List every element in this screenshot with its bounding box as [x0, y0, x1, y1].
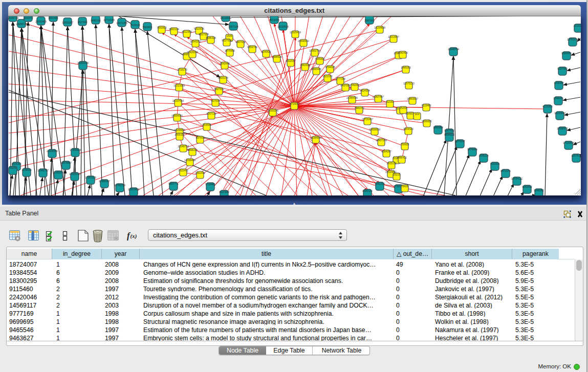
svg-text:1167533: 1167533	[571, 154, 581, 157]
svg-text:1527602: 1527602	[77, 20, 88, 24]
svg-text:917006: 917006	[211, 99, 220, 102]
svg-text:13325419: 13325419	[290, 31, 301, 34]
svg-text:7986372: 7986372	[354, 106, 364, 110]
svg-text:12942757: 12942757	[37, 169, 49, 172]
svg-text:8267130: 8267130	[206, 112, 216, 115]
svg-text:10654112: 10654112	[511, 177, 522, 180]
svg-text:15384556: 15384556	[310, 136, 321, 139]
svg-text:9857771: 9857771	[168, 182, 179, 185]
svg-text:9327509: 9327509	[199, 33, 209, 36]
svg-text:1156829: 1156829	[21, 168, 31, 171]
svg-text:7515526: 7515526	[130, 24, 140, 27]
svg-text:20053346: 20053346	[77, 61, 89, 64]
svg-text:12213967: 12213967	[388, 35, 399, 38]
svg-text:1244415: 1244415	[553, 97, 563, 100]
svg-text:3824554: 3824554	[360, 89, 370, 92]
svg-text:746266: 746266	[351, 83, 359, 86]
svg-text:1145194: 1145194	[53, 171, 63, 174]
svg-text:10046758: 10046758	[178, 145, 189, 148]
svg-text:6497568: 6497568	[340, 84, 351, 87]
svg-text:9777169: 9777169	[335, 77, 345, 80]
svg-text:1891406: 1891406	[48, 16, 58, 19]
svg-text:39154: 39154	[9, 166, 16, 169]
svg-text:9654923: 9654923	[403, 127, 413, 130]
svg-text:12975115: 12975115	[403, 82, 415, 85]
svg-text:17016504: 17016504	[563, 141, 574, 144]
svg-text:19166825: 19166825	[174, 128, 185, 132]
svg-text:2987682: 2987682	[364, 19, 375, 22]
svg-text:1209387: 1209387	[554, 81, 564, 84]
svg-text:16210643: 16210643	[554, 112, 565, 115]
svg-text:1485063: 1485063	[401, 66, 411, 69]
svg-text:19463627: 19463627	[407, 97, 418, 100]
svg-text:1905572: 1905572	[23, 16, 33, 19]
svg-text:9794028: 9794028	[325, 65, 335, 69]
svg-text:8132904: 8132904	[219, 190, 229, 193]
svg-text:1621032: 1621032	[322, 75, 333, 78]
svg-text:1340493: 1340493	[398, 51, 408, 54]
svg-text:9041233: 9041233	[375, 182, 385, 185]
svg-text:10658609: 10658609	[369, 128, 380, 131]
svg-text:9347902: 9347902	[444, 129, 454, 132]
svg-text:7632621: 7632621	[490, 162, 500, 165]
svg-text:8255122: 8255122	[362, 189, 373, 192]
svg-text:7955812: 7955812	[315, 57, 325, 60]
svg-text:8427552: 8427552	[214, 87, 224, 91]
svg-text:8912954: 8912954	[182, 30, 192, 33]
svg-text:17957225: 17957225	[85, 176, 96, 179]
svg-text:1588520: 1588520	[272, 55, 282, 58]
svg-text:756928: 756928	[401, 143, 409, 146]
svg-text:9474444: 9474444	[467, 148, 477, 151]
svg-text:8215955: 8215955	[542, 105, 553, 108]
svg-text:18300295: 18300295	[267, 109, 278, 112]
svg-text:8813054: 8813054	[269, 18, 279, 21]
svg-text:2967608: 2967608	[235, 40, 246, 43]
svg-text:9115460: 9115460	[421, 104, 431, 107]
svg-text:15751074: 15751074	[567, 38, 578, 41]
svg-text:12055724: 12055724	[8, 16, 18, 19]
svg-text:1005330: 1005330	[175, 133, 185, 136]
svg-text:12505135: 12505135	[69, 172, 80, 176]
svg-text:8990443: 8990443	[311, 68, 321, 71]
svg-text:9245082: 9245082	[534, 189, 544, 192]
svg-text:16543352: 16543352	[190, 40, 201, 43]
svg-text:9146821: 9146821	[261, 50, 271, 53]
svg-text:10653287: 10653287	[62, 21, 73, 24]
svg-text:7663821: 7663821	[142, 26, 153, 29]
svg-text:9227342: 9227342	[557, 67, 568, 70]
svg-text:8938923: 8938923	[444, 133, 454, 136]
svg-text:25225: 25225	[393, 173, 400, 176]
svg-text:1815001: 1815001	[11, 162, 21, 165]
svg-text:8454749: 8454749	[247, 46, 257, 49]
svg-text:78426: 78426	[401, 185, 408, 188]
svg-text:19218506: 19218506	[277, 25, 289, 28]
svg-text:1491442: 1491442	[195, 171, 205, 174]
svg-text:62160: 62160	[386, 100, 394, 103]
svg-text:15640910: 15640910	[298, 39, 309, 42]
svg-text:15692971: 15692971	[557, 127, 568, 130]
svg-text:5498222: 5498222	[187, 148, 198, 151]
svg-text:12923468: 12923468	[128, 188, 139, 191]
svg-text:3875685: 3875685	[225, 49, 235, 52]
svg-text:2803144: 2803144	[218, 76, 228, 79]
svg-text:1615132: 1615132	[386, 162, 397, 165]
svg-text:17359924: 17359924	[70, 148, 81, 151]
svg-text:1112021: 1112021	[574, 24, 581, 27]
svg-text:12213369: 12213369	[173, 84, 185, 87]
svg-text:653594: 653594	[203, 123, 211, 126]
svg-text:19654065: 19654065	[171, 114, 183, 117]
svg-text:9699695: 9699695	[422, 120, 432, 123]
svg-text:10807487: 10807487	[373, 95, 384, 98]
svg-text:25458: 25458	[400, 106, 407, 110]
svg-text:16154838: 16154838	[374, 26, 385, 29]
svg-text:10719185: 10719185	[103, 18, 115, 21]
svg-text:8186328: 8186328	[206, 36, 216, 39]
svg-text:6879197: 6879197	[455, 140, 465, 143]
svg-text:904: 904	[415, 113, 420, 116]
svg-text:1486412: 1486412	[397, 156, 407, 159]
svg-text:5322605: 5322605	[194, 27, 204, 30]
svg-text:6466160: 6466160	[91, 19, 101, 22]
svg-text:10961758: 10961758	[309, 49, 320, 52]
svg-text:(x): (x)	[130, 233, 137, 239]
svg-text:14055724: 14055724	[16, 23, 27, 26]
